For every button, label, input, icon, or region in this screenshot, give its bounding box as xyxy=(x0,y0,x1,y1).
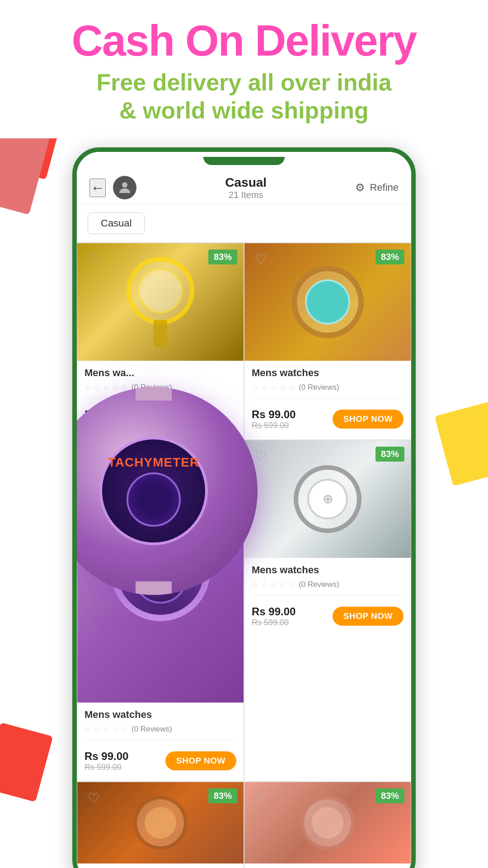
hero-subtitle-line1: Free delivery all over india xyxy=(96,69,391,95)
product-info: Mens watches ☆ ☆ ☆ ☆ ☆ (0 Reviews) xyxy=(77,703,244,734)
product-info: Mens watches ☆ ☆ ☆ ☆ ☆ (0 Reviews) xyxy=(244,361,411,392)
price-row: Rs 99.00 Rs 599.00 SHOP NOW xyxy=(252,408,404,430)
star-5: ☆ xyxy=(121,382,128,392)
stars-row: ☆ ☆ ☆ ☆ ☆ (0 Reviews) xyxy=(252,382,404,392)
original-price: Rs 599.00 xyxy=(252,618,296,627)
wishlist-button[interactable]: ♡ xyxy=(251,788,271,808)
discount-badge: 83% xyxy=(375,250,404,264)
wishlist-button[interactable]: ♡ xyxy=(84,788,103,808)
star-1: ☆ xyxy=(84,724,92,734)
heart-icon: ♡ xyxy=(88,790,100,806)
reviews-count: (0 Reviews) xyxy=(131,725,172,734)
original-price: Rs 599.00 xyxy=(84,421,128,430)
header-center: Casual 21 Items xyxy=(225,175,267,200)
star-5: ☆ xyxy=(288,580,295,590)
product-image-container: ♡ 83% xyxy=(244,782,411,863)
reviews-count: (0 Reviews) xyxy=(131,383,172,392)
price-row: Rs 99.00 Rs 599.00 xyxy=(84,408,236,430)
filter-icon: ⚙ xyxy=(355,181,365,194)
star-4: ☆ xyxy=(279,580,286,590)
star-4: ☆ xyxy=(112,724,119,734)
product-image-container: ♡ 83% xyxy=(244,243,411,361)
price-section: Rs 99.00 Rs 599.00 SHOP NOW xyxy=(77,740,244,772)
hero-section: Cash On Delivery Free delivery all over … xyxy=(0,0,488,138)
heart-icon: ♡ xyxy=(255,790,267,806)
product-name: Mens watches xyxy=(252,564,404,576)
wishlist-button[interactable]: ♡ xyxy=(84,250,103,269)
product-image-container: ♡ 83% xyxy=(77,243,244,361)
price-row: Rs 99.00 Rs 599.00 SHOP NOW xyxy=(84,750,236,772)
phone-notch xyxy=(77,152,411,170)
reviews-count: (0 Reviews) xyxy=(299,383,339,392)
star-2: ☆ xyxy=(261,580,268,590)
heart-icon: ♡ xyxy=(255,448,267,464)
hero-subtitle: Free delivery all over india & world wid… xyxy=(27,68,461,125)
discount-badge: 83% xyxy=(208,788,237,803)
wishlist-button[interactable]: ♡ xyxy=(251,447,271,467)
star-2: ☆ xyxy=(94,724,101,734)
star-4: ☆ xyxy=(279,382,286,392)
hero-title: Cash On Delivery xyxy=(27,18,461,64)
shop-now-button[interactable]: SHOP NOW xyxy=(333,410,404,429)
discount-badge: 83% xyxy=(375,447,404,462)
stars-row: ☆ ☆ ☆ ☆ ☆ (0 Reviews) xyxy=(84,724,236,734)
current-price: Rs 99.00 xyxy=(252,605,296,618)
user-avatar xyxy=(113,176,136,199)
product-card: ⊕ ♡ 83% Mens watches ☆ ☆ xyxy=(244,440,411,781)
notch-bar xyxy=(203,157,285,165)
app-header: ← Casual 21 Items ⚙ Refine xyxy=(77,170,411,204)
price-section: Rs 99.00 Rs 599.00 xyxy=(77,398,244,430)
price-block: Rs 99.00 Rs 599.00 xyxy=(252,605,296,627)
current-price: Rs 99.00 xyxy=(84,750,128,763)
header-left: ← xyxy=(89,176,136,199)
star-1: ☆ xyxy=(84,382,92,392)
star-3: ☆ xyxy=(270,580,277,590)
product-image-container: ⊕ ♡ 83% xyxy=(244,440,411,558)
discount-badge: 83% xyxy=(208,250,237,264)
product-image-container: TACHYMETER ⊕ ♡ 83% xyxy=(77,440,244,703)
product-info: Mens wa... ☆ ☆ ☆ ☆ ☆ (0 Reviews) xyxy=(77,361,244,392)
product-grid: ♡ 83% Mens wa... ☆ ☆ ☆ ☆ ☆ (0 Reviews) xyxy=(77,242,411,868)
star-1: ☆ xyxy=(252,382,259,392)
wishlist-button[interactable]: ♡ xyxy=(251,250,271,269)
price-block: Rs 99.00 Rs 599.00 xyxy=(84,408,128,430)
phone-wrapper: ← Casual 21 Items ⚙ Refine Casual xyxy=(0,147,488,868)
svg-point-0 xyxy=(122,182,127,188)
stars-row: ☆ ☆ ☆ ☆ ☆ (0 Reviews) xyxy=(252,580,404,590)
reviews-count: (0 Reviews) xyxy=(299,580,339,589)
price-section: Rs 99.00 Rs 599.00 SHOP NOW xyxy=(244,595,411,627)
product-image-container: ♡ 83% xyxy=(77,782,244,863)
avatar-icon xyxy=(117,179,133,196)
refine-label: Refine xyxy=(370,182,399,193)
star-5: ☆ xyxy=(121,724,128,734)
discount-badge: 83% xyxy=(375,788,404,803)
star-2: ☆ xyxy=(261,382,268,392)
current-price: Rs 99.00 xyxy=(252,408,296,421)
product-card: ♡ 83% xyxy=(244,782,411,868)
header-item-count: 21 Items xyxy=(225,190,267,200)
original-price: Rs 599.00 xyxy=(252,421,296,430)
product-info: Mens watches ☆ ☆ ☆ ☆ ☆ (0 Reviews) xyxy=(244,558,411,590)
filter-bar: Casual xyxy=(77,204,411,242)
price-block: Rs 99.00 Rs 599.00 xyxy=(84,750,128,772)
shop-now-button[interactable]: SHOP NOW xyxy=(333,607,404,626)
product-card: TACHYMETER ⊕ ♡ 83% Mens watches xyxy=(77,440,244,781)
shop-now-button[interactable]: SHOP NOW xyxy=(165,751,236,770)
back-button[interactable]: ← xyxy=(89,179,106,197)
product-card: ♡ 83% Mens wa... ☆ ☆ ☆ ☆ ☆ (0 Reviews) xyxy=(77,243,244,439)
current-price: Rs 99.00 xyxy=(84,408,128,421)
heart-icon: ♡ xyxy=(88,251,100,267)
star-3: ☆ xyxy=(270,382,277,392)
price-block: Rs 99.00 Rs 599.00 xyxy=(252,408,296,430)
star-3: ☆ xyxy=(103,382,110,392)
heart-icon: ♡ xyxy=(255,251,267,267)
product-name: Mens wa... xyxy=(84,367,236,379)
hero-subtitle-line2: & world wide shipping xyxy=(119,97,369,123)
filter-chip-casual[interactable]: Casual xyxy=(88,212,145,234)
header-right[interactable]: ⚙ Refine xyxy=(355,181,399,194)
product-name: Mens watches xyxy=(252,367,404,379)
star-2: ☆ xyxy=(94,382,101,392)
star-5: ☆ xyxy=(288,382,295,392)
star-3: ☆ xyxy=(103,724,110,734)
stars-row: ☆ ☆ ☆ ☆ ☆ (0 Reviews) xyxy=(84,382,236,392)
